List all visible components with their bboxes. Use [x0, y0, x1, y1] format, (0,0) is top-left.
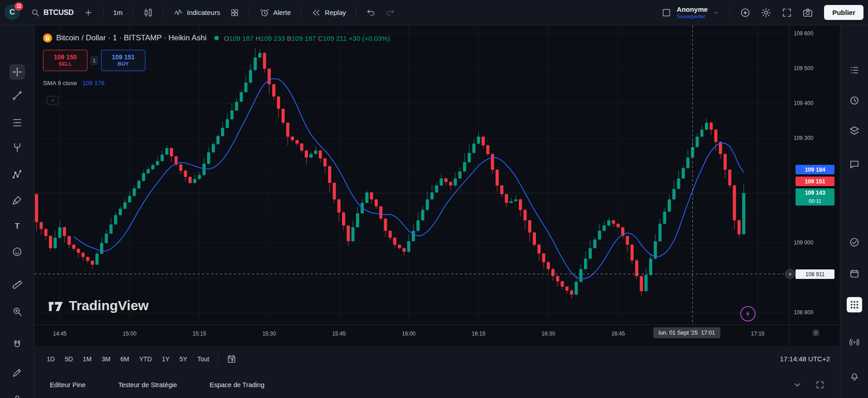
range-1M[interactable]: 1M	[78, 353, 96, 365]
range-3M[interactable]: 3M	[96, 353, 115, 365]
brush-tool[interactable]	[10, 192, 25, 208]
open-value: 109 187	[229, 34, 254, 42]
time-axis-label: 15:15	[189, 331, 209, 337]
zoom-tool[interactable]	[10, 304, 25, 319]
divider	[729, 7, 730, 19]
pitchfork-tool[interactable]	[10, 140, 25, 155]
edit-tool[interactable]	[10, 365, 25, 380]
go-to-date-button[interactable]	[227, 354, 236, 364]
bell-icon	[849, 370, 860, 381]
divider	[103, 7, 103, 19]
pattern-tool[interactable]	[10, 167, 25, 182]
server-clock[interactable]: 17:14:48 UTC+2	[780, 355, 830, 363]
symbol-title[interactable]: Bitcoin / Dollar · 1 · BITSTAMP · Heikin…	[56, 34, 207, 43]
alerts-panel-button[interactable]	[847, 93, 862, 108]
calendar-button[interactable]	[847, 266, 862, 281]
range-1D[interactable]: 1D	[42, 353, 60, 365]
settings-button[interactable]	[757, 5, 775, 21]
legend-collapse-button[interactable]	[47, 96, 58, 105]
add-alert-button[interactable]: +	[785, 269, 795, 279]
indicator-legend[interactable]: SMA 9 close 109 176	[43, 80, 105, 86]
market-status-icon[interactable]	[214, 36, 219, 40]
high-value: 109 233	[260, 34, 285, 42]
tradingview-app: C 11 BTCUSD 1m Indicateurs Alerte	[0, 0, 868, 398]
emoji-tool[interactable]	[10, 244, 25, 259]
indicator-templates-button[interactable]	[227, 5, 243, 20]
redo-button[interactable]	[382, 5, 398, 20]
replay-button[interactable]: Replay	[308, 5, 350, 20]
candlestick-icon	[143, 8, 153, 18]
crosshair-tool[interactable]	[10, 64, 25, 80]
buy-button[interactable]: 109 151 BUY	[101, 50, 145, 71]
time-axis-label: 14:45	[50, 331, 70, 337]
indicator-name: SMA 9 close	[43, 80, 77, 86]
expand-panel-icon[interactable]	[815, 380, 825, 389]
range-Tout[interactable]: Tout	[192, 353, 214, 365]
bottom-panel-tabs: Editeur PineTesteur de StratégieEspace d…	[34, 372, 840, 398]
time-axis-label: 16:30	[538, 331, 558, 337]
low-label: B	[287, 34, 291, 42]
undo-button[interactable]	[363, 5, 379, 20]
apps-grid-button[interactable]	[847, 297, 862, 312]
tab-testeur-de-strat-gie[interactable]: Testeur de Stratégie	[118, 381, 177, 388]
range-5Y[interactable]: 5Y	[174, 353, 192, 365]
notifications-button[interactable]	[847, 368, 862, 384]
streams-button[interactable]	[847, 335, 862, 350]
range-6M[interactable]: 6M	[116, 353, 134, 365]
quick-trade-button[interactable]	[736, 5, 754, 21]
price-axis-label: 109 600	[794, 30, 813, 37]
compare-add-symbol-button[interactable]	[80, 5, 96, 20]
trend-line-tool[interactable]	[10, 88, 25, 103]
fullscreen-button[interactable]	[778, 5, 796, 21]
tab-editeur-pine[interactable]: Editeur Pine	[50, 381, 86, 388]
layout-select-button[interactable]: Anonyme Sauvegarder	[658, 3, 723, 22]
alert-clock-icon	[260, 8, 270, 18]
range-5D[interactable]: 5D	[60, 353, 78, 365]
account-logo[interactable]: C 11	[5, 5, 21, 21]
chat-bubble-icon	[849, 159, 860, 170]
close-value: 109 211	[323, 34, 347, 42]
chart-legend[interactable]: B Bitcoin / Dollar · 1 · BITSTAMP · Heik…	[43, 34, 390, 43]
tab-espace-de-trading[interactable]: Espace de Trading	[210, 381, 265, 388]
save-layout-label[interactable]: Sauvegarder	[677, 14, 708, 19]
magnet-tool[interactable]	[10, 337, 25, 353]
symbol-search-button[interactable]: BTCUSD	[27, 5, 77, 20]
chevron-down-icon[interactable]	[793, 380, 802, 389]
chart-style-button[interactable]	[140, 5, 157, 20]
crosshair-price-chip: 108 911	[796, 269, 834, 279]
low-value: 109 187	[291, 34, 316, 42]
close-label: C	[318, 34, 323, 42]
bitcoin-icon: B	[43, 34, 52, 43]
pitchfork-icon	[12, 142, 23, 153]
range-YTD[interactable]: YTD	[134, 353, 157, 365]
time-axis-label: 16:15	[468, 331, 488, 337]
tasks-button[interactable]	[847, 235, 862, 250]
watchlist-button[interactable]	[847, 62, 862, 78]
time-axis-label: 16:00	[399, 331, 419, 337]
price-axis-label: 109 500	[794, 65, 813, 72]
fib-retracement-tool[interactable]	[10, 115, 25, 130]
text-tool[interactable]: T	[10, 219, 25, 234]
divider	[356, 7, 357, 19]
price-axis[interactable]: 109 600109 500109 400109 300109 000108 8…	[789, 25, 840, 346]
chevron-up-icon	[50, 98, 55, 103]
interval-button[interactable]: 1m	[110, 6, 126, 19]
price-chart[interactable]	[34, 25, 789, 325]
sell-button[interactable]: 109 150 SELL	[43, 50, 87, 71]
trend-line-icon	[12, 90, 23, 101]
price-level-chip: 109 151	[796, 177, 834, 186]
lock-drawings-tool[interactable]	[10, 392, 25, 398]
text-tool-icon: T	[15, 222, 19, 231]
indicators-button[interactable]: Indicateurs	[170, 5, 224, 20]
measure-tool[interactable]	[10, 277, 25, 293]
publish-button[interactable]: Publier	[824, 5, 863, 20]
ideas-chat-button[interactable]	[847, 157, 862, 172]
time-axis-border	[34, 325, 840, 325]
range-1Y[interactable]: 1Y	[157, 353, 174, 365]
snapshot-button[interactable]	[799, 5, 817, 21]
alert-button[interactable]: Alerte	[256, 5, 294, 20]
object-tree-button[interactable]	[847, 123, 862, 139]
axis-settings-button[interactable]	[812, 329, 820, 339]
time-axis[interactable]: 14:4515:0015:1515:3015:4516:0016:1516:30…	[34, 325, 789, 346]
boost-button[interactable]	[740, 306, 756, 321]
